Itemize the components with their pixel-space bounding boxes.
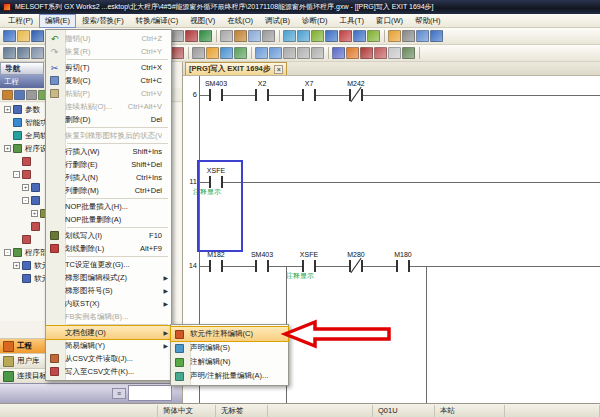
menu-item-generic[interactable]: 划线写入(I)F10	[46, 229, 171, 242]
menu-bar-item[interactable]: 帮助(H)	[409, 14, 446, 28]
toolbar-icon[interactable]	[346, 47, 359, 59]
contact-normally-closed[interactable]	[349, 89, 363, 101]
menu-item-generic[interactable]: 从CSV文件读取(J)...	[46, 352, 171, 365]
menu-item-generic[interactable]: 行插入(W)Shift+Ins	[46, 145, 171, 158]
menu-bar-item[interactable]: 搜索/替换(F)	[76, 14, 130, 28]
toolbar-icon[interactable]	[297, 47, 310, 59]
contact-normally-open[interactable]	[302, 89, 316, 101]
menu-item-generic[interactable]: 简易编辑(Y)▶	[46, 339, 171, 352]
submenu-item[interactable]: 注解编辑(N)	[171, 355, 288, 369]
menu-item-generic[interactable]: ↷恢复(R)Ctrl+Y	[46, 45, 171, 58]
toolbar-icon[interactable]	[255, 47, 268, 59]
menu-item-generic[interactable]: 列插入(N)Ctrl+Ins	[46, 171, 171, 184]
toolbar-icon[interactable]	[31, 30, 44, 42]
menu-item-generic[interactable]: 粘贴(P)Ctrl+V	[46, 87, 171, 100]
tab-close-icon[interactable]: ×	[274, 65, 283, 74]
toolbar-icon[interactable]	[206, 47, 219, 59]
toolbar-icon[interactable]	[297, 30, 310, 42]
toolbar-icon[interactable]	[185, 30, 198, 42]
submenu-item[interactable]: 声明/注解批量编辑(A)...	[171, 369, 288, 383]
menu-item-generic[interactable]: TC设定值更改(G)...	[46, 258, 171, 271]
toolbar-icon[interactable]	[416, 30, 429, 42]
toolbar-icon[interactable]	[430, 30, 443, 42]
menu-item-generic[interactable]: 复制(C)Ctrl+C	[46, 74, 171, 87]
menu-item-generic[interactable]: FB实例名编辑(B)...	[46, 310, 171, 323]
menu-item-generic[interactable]: 梯形图编辑模式(Z)▶	[46, 271, 171, 284]
nav-toolbar-icon[interactable]	[26, 90, 37, 100]
menu-bar-item[interactable]: 诊断(D)	[296, 14, 333, 28]
menu-bar-item[interactable]: 在线(O)	[221, 14, 259, 28]
toolbar-icon[interactable]	[199, 30, 212, 42]
toolbar-icon[interactable]	[17, 30, 30, 42]
toolbar-icon[interactable]	[248, 30, 261, 42]
menu-item-generic[interactable]: ↶撤销(U)Ctrl+Z	[46, 32, 171, 45]
toolbar-icon[interactable]	[325, 30, 338, 42]
menu-bar-item[interactable]: 工程(P)	[2, 14, 39, 28]
toolbar-icon[interactable]	[17, 47, 30, 59]
menu-item-generic[interactable]: 写入至CSV文件(K)...	[46, 365, 171, 378]
toolbar-icon[interactable]	[3, 30, 16, 42]
menu-item-generic[interactable]: 划线删除(L)Alt+F9	[46, 242, 171, 255]
toolbar-icon[interactable]	[269, 47, 282, 59]
menu-item-generic[interactable]: 内联ST(X)▶	[46, 297, 171, 310]
nav-toolbar-icon[interactable]	[2, 90, 13, 100]
contact-normally-open[interactable]	[209, 260, 223, 272]
tree-expand-icon[interactable]: -	[22, 197, 29, 204]
toolbar-icon[interactable]	[171, 30, 184, 42]
toolbar-icon[interactable]	[388, 30, 401, 42]
toolbar-icon[interactable]	[31, 47, 44, 59]
contact-normally-closed[interactable]	[349, 260, 363, 272]
toolbar-icon[interactable]	[311, 30, 324, 42]
toolbar-icon[interactable]	[402, 30, 415, 42]
toolbar-icon[interactable]	[234, 47, 247, 59]
contact-normally-open[interactable]	[396, 260, 410, 272]
splitter-button[interactable]: ≡	[112, 388, 126, 399]
menu-item-generic[interactable]: 恢复到梯形图转换后的状态(V)	[46, 129, 171, 142]
menu-bar-item[interactable]: 编辑(E)	[39, 14, 76, 28]
menu-bar-item[interactable]: 窗口(W)	[370, 14, 409, 28]
menu-item-generic[interactable]: 连续粘贴(O)...Ctrl+Alt+V	[46, 100, 171, 113]
tree-expand-icon[interactable]: +	[4, 106, 11, 113]
toolbar-icon[interactable]	[374, 47, 387, 59]
submenu-item[interactable]: 声明编辑(S)	[171, 341, 288, 355]
project-tree-tab[interactable]: 工程	[0, 75, 44, 88]
menu-item-generic[interactable]: NOP批量插入(H)...	[46, 200, 171, 213]
tree-expand-icon[interactable]: -	[4, 249, 11, 256]
toolbar-icon[interactable]	[234, 30, 247, 42]
menu-item-generic[interactable]: 列删除(M)Ctrl+Del	[46, 184, 171, 197]
menu-bar-item[interactable]: 转换/编译(C)	[130, 14, 185, 28]
toolbar-icon[interactable]	[283, 30, 296, 42]
menu-item-generic[interactable]: 行删除(E)Shift+Del	[46, 158, 171, 171]
toolbar-icon[interactable]	[220, 30, 233, 42]
toolbar-icon[interactable]	[192, 47, 205, 59]
tree-expand-icon[interactable]: +	[4, 145, 11, 152]
toolbar-icon[interactable]	[220, 47, 233, 59]
contact-normally-open[interactable]	[255, 260, 269, 272]
menu-item-generic[interactable]: 梯形图符号(S)▶	[46, 284, 171, 297]
toolbar-icon[interactable]	[283, 47, 296, 59]
tree-expand-icon[interactable]: -	[13, 171, 20, 178]
submenu-item-device-comment-edit[interactable]: 软元件注释编辑(C)	[171, 327, 288, 341]
toolbar-icon[interactable]	[339, 30, 352, 42]
menu-item-generic[interactable]: ✂剪切(T)Ctrl+X	[46, 61, 171, 74]
tree-expand-icon[interactable]: +	[31, 210, 38, 217]
toolbar-icon[interactable]	[262, 30, 275, 42]
contact-normally-open[interactable]	[209, 89, 223, 101]
contact-normally-open[interactable]	[255, 89, 269, 101]
menu-item-generic[interactable]: 删除(D)Del	[46, 113, 171, 126]
menu-item-generic[interactable]: NOP批量删除(A)	[46, 213, 171, 226]
menu-bar-item[interactable]: 工具(T)	[333, 14, 370, 28]
toolbar-icon[interactable]	[171, 47, 184, 59]
toolbar-icon[interactable]	[332, 47, 345, 59]
toolbar-icon[interactable]	[3, 47, 16, 59]
menu-bar-item[interactable]: 视图(V)	[184, 14, 221, 28]
menu-item-document-creation[interactable]: 文档创建(O)▶	[46, 326, 171, 339]
tree-expand-icon[interactable]: +	[22, 184, 29, 191]
toolbar-icon[interactable]	[388, 47, 401, 59]
toolbar-icon[interactable]	[367, 30, 380, 42]
toolbar-icon[interactable]	[402, 47, 415, 59]
menu-bar-item[interactable]: 调试(B)	[259, 14, 296, 28]
tree-expand-icon[interactable]: +	[13, 262, 20, 269]
toolbar-icon[interactable]	[360, 47, 373, 59]
toolbar-icon[interactable]	[353, 30, 366, 42]
